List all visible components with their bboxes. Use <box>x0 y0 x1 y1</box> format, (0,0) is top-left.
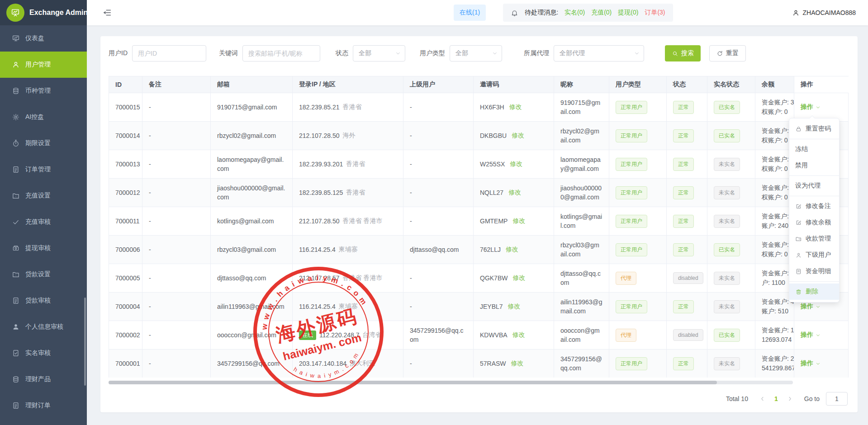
sidebar-item-3[interactable]: 币种管理 <box>0 78 87 104</box>
collapse-menu-icon[interactable] <box>102 8 112 18</box>
sidebar-item-4[interactable]: AI控盘 <box>0 104 87 130</box>
reset-button[interactable]: 重置 <box>709 45 746 61</box>
cell-invite-code: W255SX修改 <box>474 150 554 178</box>
cell-parent-user: - <box>403 179 474 207</box>
cell-kyc-status: 未实名 <box>707 150 755 178</box>
next-page-button[interactable] <box>786 395 793 402</box>
cell-status: 正常 <box>667 349 707 378</box>
table-row: 7000006-rbzycl03@gmail.com116.214.25.4柬埔… <box>109 235 848 264</box>
cell-parent-user: - <box>403 93 474 121</box>
user-id-input[interactable] <box>132 45 206 61</box>
sidebar-item-5[interactable]: 期限设置 <box>0 130 87 156</box>
sidebar-item-12[interactable]: 个人信息审核 <box>0 314 87 340</box>
dropdown-item-1[interactable]: 重置密码 <box>789 121 839 137</box>
cell-parent-user: - <box>403 122 474 150</box>
ip-region: 柬埔寨 <box>339 302 358 311</box>
cell-invite-code: HX6F3H修改 <box>474 93 554 121</box>
modify-invite-link[interactable]: 修改 <box>510 160 522 168</box>
sidebar-item-label: 充值设置 <box>25 192 51 200</box>
dropdown-item-5[interactable]: 修改备注 <box>789 198 839 214</box>
cell-email: rbzycl03@gmail.com <box>211 236 293 264</box>
dropdown-item-9[interactable]: 资金明细 <box>789 263 839 279</box>
goto-page-input[interactable] <box>826 392 848 406</box>
status-select[interactable]: 全部 <box>353 45 405 61</box>
current-page[interactable]: 1 <box>774 395 778 402</box>
dropdown-item-4[interactable]: 设为代理 <box>789 178 839 194</box>
search-button[interactable]: 搜索 <box>665 45 701 61</box>
cell-remark: - <box>142 349 211 378</box>
sidebar-item-13[interactable]: 实名审核 <box>0 340 87 366</box>
cell-login-ip: 203.147.140.184澳大利亚 <box>293 349 403 378</box>
cell-kyc-status: 未实名 <box>707 179 755 207</box>
modify-invite-link[interactable]: 修改 <box>511 359 524 368</box>
cell-invite-code: 762LLJ修改 <box>474 236 554 264</box>
sidebar-item-11[interactable]: 贷款审核 <box>0 288 87 314</box>
sidebar-item-2[interactable]: 用户管理 <box>0 52 87 78</box>
dropdown-item-6[interactable]: 修改余额 <box>789 214 839 231</box>
sidebar-item-16[interactable]: 公告管理 <box>0 419 87 425</box>
cell-id: 7000011 <box>109 207 142 235</box>
row-action-button[interactable]: 操作 <box>801 331 821 339</box>
modify-invite-link[interactable]: 修改 <box>506 246 518 254</box>
cell-user-type: 正常用户 <box>609 122 667 150</box>
timer-icon <box>12 139 20 147</box>
ip-region: 香港省 <box>343 103 362 111</box>
check-icon <box>12 218 20 226</box>
modify-invite-link[interactable]: 修改 <box>512 217 525 225</box>
document-icon <box>12 165 20 174</box>
dropdown-item-10[interactable]: 删除 <box>789 283 839 300</box>
user-menu[interactable]: ZHAOCAIMAO888 <box>792 9 856 17</box>
cell-nickname: djttasso@qq.com <box>554 264 609 292</box>
user-table: ID备注邮箱登录IP / 地区上级用户邀请码昵称用户类型状态实名状态余额操作70… <box>109 76 849 378</box>
chevron-down-icon <box>492 50 498 57</box>
column-header: 实名状态 <box>707 76 755 93</box>
message-count-1[interactable]: 实名(0) <box>564 9 585 17</box>
pagination: Total 10 1 Go to <box>109 392 849 406</box>
cell-user-type: 正常用户 <box>609 207 667 235</box>
sidebar-item-10[interactable]: 贷款设置 <box>0 261 87 288</box>
row-action-button[interactable]: 操作 <box>801 359 821 368</box>
user-type-badge: 正常用户 <box>616 215 647 228</box>
modify-invite-link[interactable]: 修改 <box>508 302 521 311</box>
modify-invite-link[interactable]: 修改 <box>509 103 522 111</box>
cell-status: 正常 <box>667 150 707 178</box>
agent-select[interactable]: 全部代理 <box>554 45 644 61</box>
table-horizontal-scrollbar[interactable] <box>109 381 717 384</box>
sidebar-menu: 仪表盘用户管理币种管理AI控盘期限设置订单管理充值设置充值审核提现审核贷款设置贷… <box>0 25 87 425</box>
sidebar-item-7[interactable]: 充值设置 <box>0 183 87 209</box>
modify-invite-link[interactable]: 修改 <box>508 189 521 197</box>
sidebar-item-9[interactable]: 提现审核 <box>0 235 87 261</box>
cell-nickname: laomomegapay@gmail.com <box>554 150 609 178</box>
ip-address: 212.107.28.50 <box>299 217 340 225</box>
message-count-2[interactable]: 充值(0) <box>591 9 612 17</box>
message-count-4[interactable]: 订单(3) <box>645 9 665 17</box>
online-badge[interactable]: 在线(1) <box>454 5 486 21</box>
dropdown-item-2[interactable]: 冻结 <box>789 141 839 157</box>
dropdown-item-3[interactable]: 禁用 <box>789 157 839 174</box>
dropdown-item-8[interactable]: 下级用户 <box>789 247 839 263</box>
cell-remark: - <box>142 122 211 150</box>
modify-invite-link[interactable]: 修改 <box>512 274 525 282</box>
dropdown-item-7[interactable]: 收款管理 <box>789 231 839 247</box>
sidebar-item-14[interactable]: 理财产品 <box>0 366 87 392</box>
message-count-3[interactable]: 提现(0) <box>618 9 638 17</box>
modify-invite-link[interactable]: 修改 <box>512 132 524 140</box>
sidebar-item-1[interactable]: 仪表盘 <box>0 25 87 52</box>
modify-invite-link[interactable]: 修改 <box>512 331 525 339</box>
sidebar-item-6[interactable]: 订单管理 <box>0 156 87 183</box>
user-type-select[interactable]: 全部 <box>450 45 502 61</box>
cell-balance: 资金账户: 1112693.074 <box>755 321 794 349</box>
ip-region: 柬埔寨 <box>339 246 358 254</box>
keyword-input[interactable] <box>242 45 320 61</box>
user-type-badge: 正常用户 <box>616 243 647 256</box>
cell-login-ip: 在线112.220.248.7台湾省 <box>293 321 403 349</box>
sidebar-scrollbar[interactable] <box>84 298 86 386</box>
prev-page-button[interactable] <box>759 395 766 402</box>
row-action-button[interactable]: 操作 <box>801 103 821 111</box>
table-row: 7000001-3457299156@qq.com203.147.140.184… <box>109 349 848 378</box>
cell-parent-user: - <box>403 349 474 378</box>
sidebar-item-8[interactable]: 充值审核 <box>0 209 87 235</box>
sidebar-item-15[interactable]: 理财订单 <box>0 392 87 419</box>
status-label: 状态 <box>336 49 348 57</box>
row-action-button[interactable]: 操作 <box>801 302 821 311</box>
